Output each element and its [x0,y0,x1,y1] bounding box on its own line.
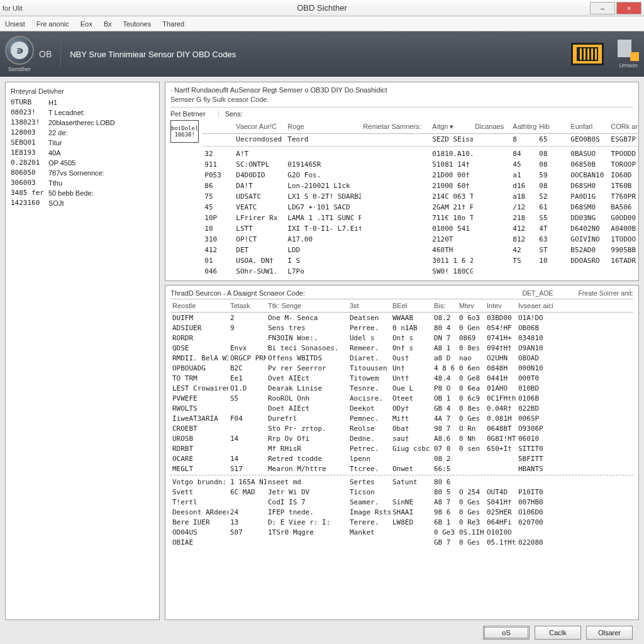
toolbar-left-sublabel: Sensther [8,66,31,72]
col2-ihtev[interactable]: Intev [485,302,516,309]
table-row[interactable]: 046SOhr-SUW1.L7PoSW0! 180CGAKD [203,266,639,277]
table-row[interactable]: 310OP!CTA17.002120T81263GOIVINO1TODOO [203,234,639,245]
table-row[interactable]: OPBOUADGB2CPv rer SeerrorTitouusenUn†4 8… [170,363,633,373]
panel2-right-2: Freate Soirrer anit: [578,289,633,297]
table-row[interactable]: T!ertlCodI IS 7Seamer.SinNEA8 70 GesS041… [170,497,633,508]
sensor-panel-upper: · Nartf Rundaoeuflt AuSensor Regt Semser… [165,82,639,281]
sidebar-table: 0TURBH108023!T Lecadnet:138023!20blasert… [11,97,154,208]
app-logo-icon: ∍ [5,36,34,65]
sidebar-row[interactable]: 08023!T Lecadnet: [11,108,154,118]
dashboard-icon[interactable] [571,43,604,65]
table-row[interactable]: MEGLTS17Mearon M/httreTtcree.Onwet66:5HB… [170,464,633,475]
col-aitgn[interactable]: Aitgn ▾ [430,123,473,131]
table-row[interactable]: 75UDSATCLX1 S 0-2T! SDARBZZ214C 063 TMBa… [203,191,639,202]
close-button[interactable]: × [616,2,641,14]
sidebar-row[interactable]: 0.28201OP 4505 [11,158,154,168]
table-row[interactable]: TO TRMEe1Ovet AIEctTitowemUnt†48.40 Ge80… [170,373,633,383]
menu-item-2[interactable]: Eox [80,20,92,28]
col-vaecor[interactable]: Vaecor Aur!C [234,123,286,131]
sidebar-row[interactable]: SEBQ01Titur [11,138,154,148]
caclk-button[interactable]: Caclk [535,626,581,640]
col-dicanaes[interactable]: Dicanaes [473,123,511,131]
table-row[interactable]: Svett6C MADJetr Wi DVTicson80 5O 254OUT4… [170,487,633,497]
panel1-first-row[interactable]: UecrondosedTeordSEZD SEisaie865GEO0B0SES… [203,134,639,147]
table-row[interactable]: 412DETLDD460TH42STB52AD09905BB [203,245,639,255]
table-row[interactable]: Bere IUER13D: E Viee r: I:Terere.LW8ED6B… [170,518,633,528]
window-buttons: – × [590,2,641,14]
olsarer-button[interactable]: Olsarer [586,626,633,640]
panel2-right-1: DET_AOE [522,289,553,297]
table-row[interactable]: CROEBTSto Pr· zrtop.ReolseOba†98 7O Rn06… [170,423,633,433]
panel1-headline: · Nartf Rundaoeuflt AuSensor Regt Semser… [170,86,633,94]
col2-mtev[interactable]: Mtev [457,302,485,309]
col-remetar[interactable]: Remetar Samners: [361,123,430,131]
col2-reostle[interactable]: Reostle [170,302,228,309]
table-row[interactable]: LEST CrowairenO1.DDearak LiniseTesnre.Ou… [170,383,633,393]
col-eunfarl[interactable]: Eunfarl [569,123,609,131]
table-row[interactable]: 01USOA. DN†I S3011 1 6 225TS10DDOASRO16T… [203,255,639,266]
col-blank [203,123,234,131]
toolbar-logo-text: OB [39,49,52,59]
table-row[interactable]: Deesont ARdeer24IFEP tnede.Image RstsSHA… [170,508,633,518]
menu-item-3[interactable]: Bx [104,20,112,28]
sidebar-row[interactable]: 12800322 de: [11,128,154,138]
panel1-thumb-icon[interactable]: boiDolel 10638! [170,120,199,143]
table-row[interactable]: PVWEFES5RooROL OnhAocisre.OteetOB 10 6c9… [170,393,633,403]
toolbar-right-label: Urnson [619,62,637,69]
table-row[interactable]: RDRBTMf RHisRPetrec.Giug csbc07 00 sen65… [170,443,633,453]
panel2-grid-header: Reostle Tetask Ttk: Senge 3st BEel Bis: … [170,299,633,313]
minimize-button[interactable]: – [590,2,615,14]
col2-beel[interactable]: BEel [391,302,432,309]
ok-button[interactable]: oS [483,626,530,640]
col-cork[interactable]: CORk ar Ubilcs: [609,123,639,131]
table-row[interactable]: Votgo brundn:1 165A NINKOnseet mdSertesS… [170,477,633,487]
table-row[interactable]: 86DA!TLon-210021 L1ck21000 60† PM0 ADDd1… [203,180,639,191]
panel2-headline: ThradD Seurcon - A Daaignt Scnaeor Code: [170,289,305,297]
table-row[interactable]: ADSIUER9Sens tresPerree.0 n1AB80 40 Gen0… [170,323,633,333]
col2-ttk[interactable]: Ttk: Senge [266,302,348,309]
col2-tetask[interactable]: Tetask [228,302,266,309]
table-row[interactable]: DUIFM2One M- SencaDeatsenWWAABO8.20 6o30… [170,313,633,323]
panel1-left-label: Pet Betrner [170,110,206,118]
menu-item-5[interactable]: Thared [162,20,184,28]
table-row[interactable]: IiweAT3ARIAF04DurefrlPemnec.Mi†t4A 70 Ge… [170,413,633,423]
menu-item-4[interactable]: Teutones [123,20,152,28]
sidebar-row[interactable]: 806050787vs Sornennce: [11,168,154,178]
titlebar: for Ulit OBD Sichther – × [0,0,644,16]
table-row[interactable]: 911SC:ONTPL0191465RS1081 14† 609 7DD4508… [203,159,639,170]
col2-ivseaer[interactable]: Ivseaer aici: [516,302,553,309]
titlebar-left-label: for Ulit [3,4,23,12]
col-hib[interactable]: Hib [537,123,569,131]
menu-item-1[interactable]: Fre anonic [36,20,69,28]
table-row[interactable]: OBIAEGB 70 Ges05.1†Hth022080 [170,538,633,548]
table-row[interactable]: RWOLTSDoet AIEctDeekotODy†GB 40 8es0.04R… [170,403,633,413]
table-row[interactable]: 10PLFrirer RxLAMA 1 .1T1 SUNC Rc-12TO711… [203,213,639,223]
panel1-grid-header: Vaecor Aur!C Roge Remetar Samners: Aitgn… [203,120,639,134]
col-aathtirg[interactable]: Aathtirg [511,123,537,131]
window-title: OBD Sichther [297,3,347,13]
col-roge[interactable]: Roge [286,123,361,131]
col2-bis[interactable]: Bis: [432,302,457,309]
table-row[interactable]: QDSEEnvxBi teci Sonasoes.Remeer.On† sA8 … [170,343,633,353]
sidebar-row[interactable]: 138023!20blasertherec LOBD [11,118,154,128]
table-row[interactable]: 45VEATCLDG7 +·101 SACD2GAM 21† PAID/1261… [203,202,639,213]
table-row[interactable]: P053D4D0DIDG2O Fos.21D00 00† W1O - RODa1… [203,170,639,180]
menu-item-0[interactable]: Ursest [5,20,25,28]
table-row[interactable]: OD04US5071TSr0 MqgreManket0 Ge30S.1IHtrO… [170,528,633,538]
sidebar-row[interactable]: 306003Tthu [11,178,154,188]
table-row[interactable]: OCARE14Retred tcoddelpenn08 25BFITT [170,453,633,464]
sidebar-row[interactable]: 0TURBH1 [11,97,154,108]
table-row[interactable]: 10LSTTIXI T·0·I1- L7.Eitnr-31TB01000 541… [203,223,639,234]
sidebar-title: Rnteyral Detivher [11,86,154,96]
toolbar: ∍ Sensther OB NBY Srue Tinnimiear Sensor… [0,31,644,77]
table-row[interactable]: RORDRFN3OIN Woe:.Udel sOn† sDN 708690741… [170,333,633,343]
sidebar-row[interactable]: 3485 fer50 bebb Bede: [11,188,154,198]
report-icon[interactable] [618,40,639,61]
col2-3st[interactable]: 3st [348,302,391,309]
sidebar-row[interactable]: 1423160SOJt [11,198,154,208]
footer: oS Caclk Olsarer [0,621,644,644]
table-row[interactable]: 32A!T01810.A10.062.84080BASUOTPOODD [203,148,639,159]
table-row[interactable]: RMDII. BelA WI)I.ORGCP PRNOOffens WBITDS… [170,353,633,363]
sidebar-row[interactable]: 1E819340A [11,148,154,158]
table-row[interactable]: UROSB14Rrp Ov OfiDedne.sau†A8.60 Nh0G8I!… [170,433,633,443]
